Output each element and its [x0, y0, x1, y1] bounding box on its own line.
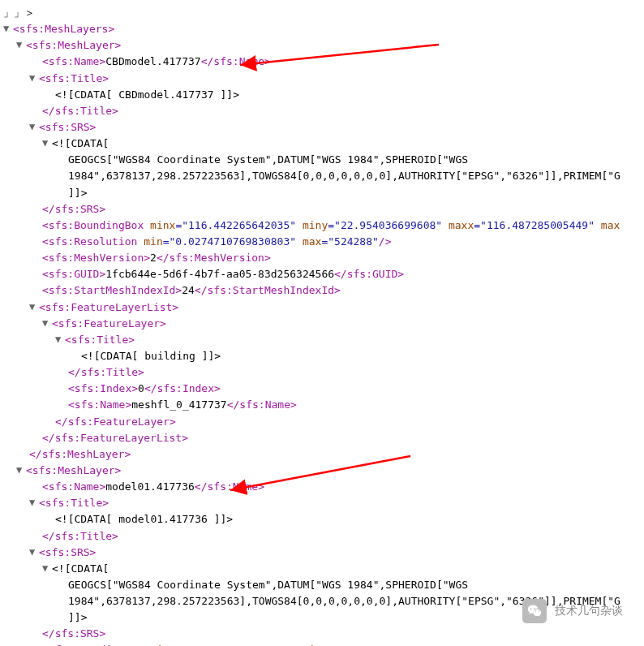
srs-line: GEOGCS["WGS84 Coordinate System",DATUM["…	[68, 579, 468, 591]
name-value: model01.417736	[105, 480, 195, 493]
expand-toggle[interactable]: ▼	[16, 37, 26, 53]
srs-line: 1984",6378137,298.257223563],TOWGS84[0,0…	[68, 170, 620, 182]
attr-val: ="116.487285005449"	[474, 219, 595, 231]
attr: max	[595, 219, 620, 231]
title-open: <sfs:Title>	[39, 72, 109, 84]
meshlayer-open: <sfs:MeshLayer>	[26, 39, 121, 51]
fname-val: meshfl_0_417737	[131, 398, 226, 411]
title-open: <sfs:Title>	[65, 334, 135, 346]
watermark: 技术几句杂谈	[522, 599, 623, 623]
title-close: </sfs:Title>	[42, 105, 118, 117]
smid-close: </sfs:StartMeshIndexId>	[195, 284, 341, 296]
xml-tree: 」」＞ ▼<sfs:MeshLayers> ▼<sfs:MeshLayer> <…	[3, 5, 644, 646]
srs-open: <sfs:SRS>	[39, 546, 96, 558]
meshversion-close: </sfs:MeshVersion>	[157, 252, 271, 264]
srs-line: ]]>	[68, 611, 87, 623]
fname-open: <sfs:Name>	[68, 398, 131, 411]
meshlayer-open: <sfs:MeshLayer>	[26, 464, 121, 476]
expand-toggle[interactable]: ▼	[29, 495, 39, 510]
smid-val: 24	[182, 284, 195, 296]
expand-toggle[interactable]: ▼	[42, 316, 52, 331]
top-fragment: 」」＞	[3, 6, 35, 19]
name-open: <sfs:Name>	[42, 55, 105, 67]
expand-toggle[interactable]: ▼	[42, 136, 52, 151]
expand-toggle[interactable]: ▼	[3, 21, 13, 37]
cdata-open: <![CDATA[	[52, 137, 109, 149]
smid-open: <sfs:StartMeshIndexId>	[42, 284, 182, 296]
meshversion-open: <sfs:MeshVersion>	[42, 252, 150, 264]
expand-toggle[interactable]: ▼	[29, 71, 39, 86]
res-close: />	[379, 235, 392, 248]
srs-close: </sfs:SRS>	[42, 627, 105, 640]
expand-toggle[interactable]: ▼	[55, 332, 65, 347]
watermark-text: 技术几句杂谈	[555, 602, 623, 620]
name-open: <sfs:Name>	[42, 480, 105, 493]
expand-toggle[interactable]: ▼	[29, 119, 39, 135]
srs-line: ]]>	[68, 187, 87, 199]
fl-open: <sfs:FeatureLayer>	[52, 317, 166, 329]
cdata-open: <![CDATA[	[52, 562, 109, 575]
attr: miny	[296, 219, 328, 231]
srs-close: </sfs:SRS>	[42, 203, 105, 215]
expand-toggle[interactable]: ▼	[16, 463, 26, 478]
name-close: </sfs:Name>	[195, 480, 264, 493]
guid-close: </sfs:GUID>	[334, 268, 404, 280]
fname-close: </sfs:Name>	[227, 398, 297, 411]
title-close: </sfs:Title>	[42, 530, 118, 542]
expand-toggle[interactable]: ▼	[42, 561, 52, 576]
guid-val: 1fcb644e-5d6f-4b7f-aa05-83d256324566	[105, 268, 334, 280]
attr: minx	[144, 219, 175, 231]
index-close: </sfs:Index>	[144, 382, 221, 394]
attr-val: ="22.954036699608"	[328, 219, 442, 231]
meshlayer-close: </sfs:MeshLayer>	[29, 448, 131, 460]
fl-close: </sfs:FeatureLayer>	[55, 416, 176, 428]
title-open: <sfs:Title>	[39, 497, 109, 509]
meshversion-val: 2	[150, 252, 157, 264]
name-value: CBDmodel.417737	[105, 55, 200, 67]
title-cdata: <![CDATA[ building ]]>	[81, 350, 221, 362]
attr-val: ="116.442265642035"	[175, 219, 296, 231]
meshlayers-open: <sfs:MeshLayers>	[13, 23, 114, 35]
wechat-avatar-icon	[522, 599, 547, 623]
index-open: <sfs:Index>	[68, 382, 138, 394]
attr-val: ="524288"	[321, 235, 378, 248]
srs-open: <sfs:SRS>	[39, 121, 96, 133]
expand-toggle[interactable]: ▼	[29, 545, 39, 560]
index-val: 0	[138, 382, 144, 394]
title-cdata: <![CDATA[ CBDmodel.417737 ]]>	[55, 88, 239, 101]
attr: maxx	[442, 219, 474, 231]
fll-open: <sfs:FeatureLayerList>	[39, 301, 178, 313]
bbox-tag: <sfs:BoundingBox	[42, 219, 144, 231]
title-close: </sfs:Title>	[68, 366, 144, 378]
title-cdata: <![CDATA[ model01.417736 ]]>	[55, 513, 233, 525]
attr-val: ="0.0274710769830803"	[163, 235, 296, 248]
attr: min	[137, 235, 162, 248]
expand-toggle[interactable]: ▼	[29, 299, 39, 315]
res-tag: <sfs:Resolution	[42, 235, 137, 248]
guid-open: <sfs:GUID>	[42, 268, 105, 280]
attr: max	[296, 235, 321, 248]
fll-close: </sfs:FeatureLayerList>	[42, 432, 188, 444]
name-close: </sfs:Name>	[201, 55, 271, 67]
srs-line: GEOGCS["WGS84 Coordinate System",DATUM["…	[68, 153, 468, 166]
